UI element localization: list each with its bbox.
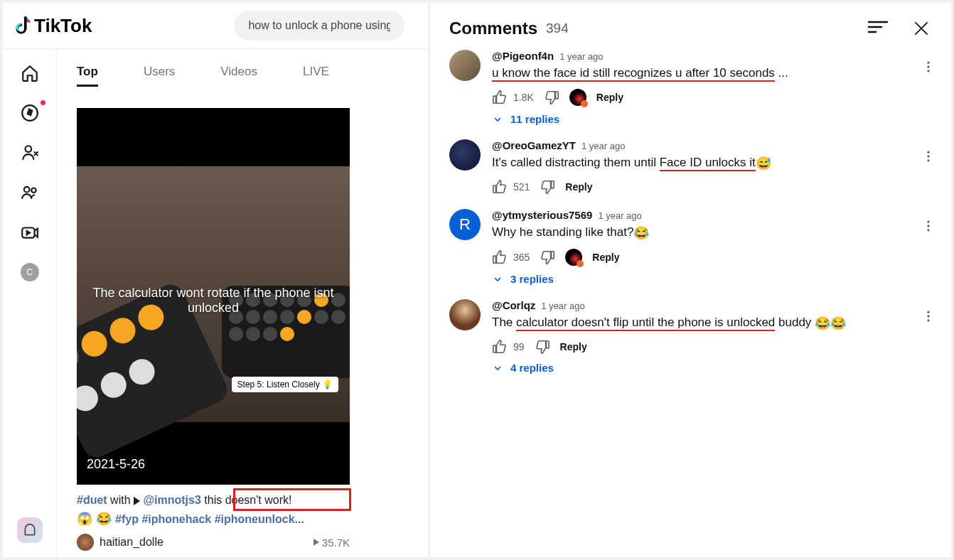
- nav-effects-icon[interactable]: [17, 517, 43, 543]
- svg-rect-11: [555, 92, 558, 99]
- hashtag-link[interactable]: #iphonehack: [141, 513, 211, 525]
- svg-rect-10: [493, 96, 496, 103]
- hashtag-link[interactable]: #fyp: [115, 513, 139, 525]
- like-count: 99: [513, 341, 525, 352]
- nav-live-icon[interactable]: [18, 221, 41, 244]
- comment-time: 1 year ago: [541, 301, 584, 311]
- comment-text: Why he standing like that?😂: [492, 225, 649, 239]
- svg-point-14: [927, 70, 929, 72]
- notification-dot: [41, 100, 45, 105]
- dislike-button[interactable]: [540, 179, 555, 195]
- comments-count: 394: [546, 21, 569, 36]
- replies-toggle[interactable]: 4 replies: [492, 362, 943, 374]
- replies-toggle[interactable]: 3 replies: [492, 273, 943, 285]
- nav-profile-avatar[interactable]: C: [18, 261, 41, 284]
- logo-text: TikTok: [34, 15, 92, 37]
- comment-author[interactable]: @Corlqz: [492, 299, 535, 311]
- svg-point-19: [927, 159, 929, 161]
- play-count-icon: [313, 539, 319, 546]
- like-count: 1.8K: [513, 92, 534, 103]
- comment-time: 1 year ago: [559, 51, 603, 62]
- author-avatar[interactable]: [77, 534, 94, 551]
- comment-item: R@ytmysterious75691 year agoWhy he stand…: [449, 209, 943, 285]
- video-result-card[interactable]: The calculator wont rotate if the phone …: [77, 108, 414, 551]
- like-button[interactable]: 99: [492, 339, 525, 355]
- like-button[interactable]: 521: [492, 179, 530, 195]
- like-count: 365: [513, 252, 530, 263]
- comment-menu-button[interactable]: [921, 219, 936, 236]
- comments-title: Comments: [449, 18, 537, 38]
- svg-point-23: [927, 225, 929, 227]
- tiktok-logo[interactable]: TikTok: [16, 15, 92, 37]
- like-button[interactable]: 365: [492, 249, 530, 265]
- comment-avatar[interactable]: [449, 50, 481, 81]
- tab-top[interactable]: Top: [77, 65, 98, 87]
- svg-rect-16: [552, 181, 554, 188]
- video-overlay-text: The calculator wont rotate if the phone …: [77, 286, 350, 316]
- like-button[interactable]: 1.8K: [492, 90, 534, 105]
- svg-rect-25: [493, 345, 496, 352]
- nav-home-icon[interactable]: [18, 62, 41, 85]
- svg-point-2: [23, 187, 29, 193]
- logo-icon: [16, 16, 31, 35]
- comment-menu-button[interactable]: [921, 60, 936, 77]
- video-step-badge: Step 5: Listen Closely 💡: [232, 377, 338, 392]
- comment-text: The calculator doesn't flip until the ph…: [492, 316, 846, 329]
- video-thumbnail[interactable]: The calculator wont rotate if the phone …: [77, 108, 350, 485]
- nav-explore-icon[interactable]: [18, 102, 41, 124]
- svg-rect-26: [546, 341, 549, 348]
- svg-point-28: [927, 315, 929, 317]
- comment-author[interactable]: @OreoGamezYT: [492, 139, 576, 151]
- svg-rect-21: [552, 252, 554, 259]
- comment-author[interactable]: @Pigeonf4n: [492, 50, 554, 62]
- svg-point-17: [927, 151, 929, 154]
- reply-button[interactable]: Reply: [592, 252, 619, 263]
- nav-friends-icon[interactable]: [18, 181, 41, 204]
- reply-button[interactable]: Reply: [596, 92, 623, 103]
- svg-point-22: [927, 221, 929, 223]
- tab-live[interactable]: LIVE: [303, 65, 329, 87]
- svg-rect-20: [493, 256, 496, 263]
- comment-text: It's called distracting them until Face …: [492, 156, 771, 169]
- comment-item: @Pigeonf4n1 year agou know the face id s…: [449, 50, 943, 125]
- svg-point-3: [31, 188, 36, 193]
- comments-list[interactable]: @Pigeonf4n1 year agou know the face id s…: [429, 50, 951, 557]
- comment-avatar[interactable]: [449, 139, 481, 171]
- svg-point-18: [927, 155, 929, 157]
- tab-videos[interactable]: Videos: [220, 65, 257, 87]
- search-tabs: Top Users Videos LIVE: [77, 59, 414, 95]
- svg-rect-15: [493, 185, 496, 193]
- comment-author[interactable]: @ytmysterious7569: [492, 209, 592, 221]
- replies-toggle[interactable]: 11 replies: [492, 113, 943, 125]
- comment-menu-button[interactable]: [921, 309, 936, 326]
- comment-menu-button[interactable]: [921, 149, 936, 166]
- dislike-button[interactable]: [535, 339, 550, 355]
- comment-avatar[interactable]: R: [449, 209, 481, 240]
- creator-heart-icon: [565, 249, 582, 266]
- sort-button[interactable]: [867, 19, 889, 38]
- nav-following-icon[interactable]: [18, 141, 41, 164]
- video-date: 2021-5-26: [87, 457, 145, 472]
- creator-heart-icon: [569, 89, 586, 106]
- svg-point-1: [25, 146, 31, 152]
- reply-button[interactable]: Reply: [560, 341, 587, 352]
- svg-point-13: [927, 65, 929, 68]
- search-input[interactable]: [234, 11, 404, 41]
- comment-avatar[interactable]: [449, 299, 481, 330]
- like-count: 521: [513, 181, 530, 193]
- svg-point-29: [927, 319, 929, 321]
- close-button[interactable]: [911, 18, 931, 38]
- play-icon: [134, 497, 140, 505]
- dislike-button[interactable]: [540, 249, 555, 265]
- mention-link[interactable]: @imnotjs3: [140, 494, 204, 506]
- hashtag-link[interactable]: #duet: [77, 494, 107, 506]
- comment-time: 1 year ago: [581, 141, 625, 151]
- tab-users[interactable]: Users: [144, 65, 175, 87]
- svg-point-12: [927, 62, 929, 64]
- comment-item: @OreoGamezYT1 year agoIt's called distra…: [449, 139, 943, 195]
- reply-button[interactable]: Reply: [565, 181, 592, 193]
- svg-point-24: [927, 229, 929, 231]
- author-name[interactable]: haitian_dolle: [100, 536, 164, 549]
- dislike-button[interactable]: [544, 90, 559, 105]
- hashtag-link[interactable]: #iphoneunlock...: [215, 513, 304, 525]
